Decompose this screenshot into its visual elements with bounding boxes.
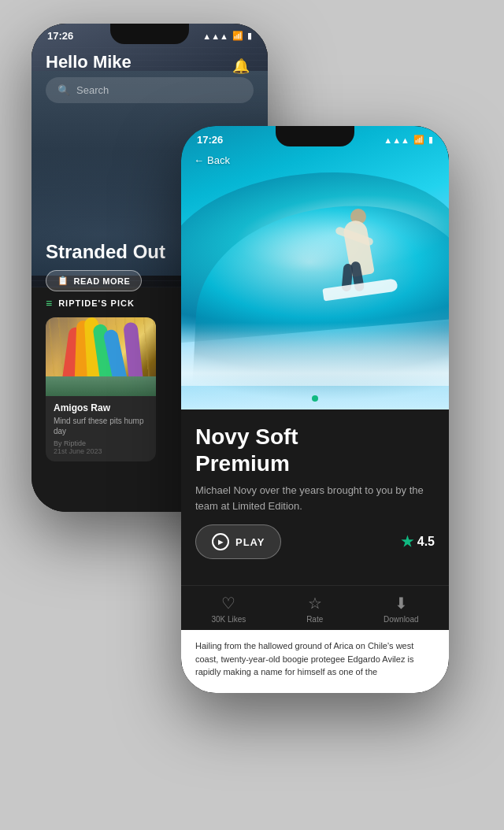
rating-display: ★ 4.5 xyxy=(401,533,435,550)
read-more-button[interactable]: 📋 READ MORE xyxy=(46,270,142,291)
picks-card-description: Mind surf these pits hump day xyxy=(54,416,148,436)
star-icon: ★ xyxy=(401,533,413,550)
phone-1-notch xyxy=(110,24,189,44)
greeting-text: Hello Mike xyxy=(46,52,254,72)
bottom-description: Hailing from the hallowed ground of Aric… xyxy=(195,639,435,679)
picks-card-author: By Riptide xyxy=(54,439,148,447)
heart-icon: ♡ xyxy=(221,594,235,613)
bell-icon[interactable]: 🔔 xyxy=(228,54,254,79)
read-more-label: READ MORE xyxy=(74,276,131,286)
download-icon: ⬇ xyxy=(395,594,408,613)
featured-title: Stranded Out xyxy=(46,241,165,264)
phone-1-time: 17:26 xyxy=(47,30,73,42)
progress-dot xyxy=(312,395,318,402)
title-line-2: Premium xyxy=(195,451,290,476)
content-title: Novy Soft Premium xyxy=(195,424,435,476)
tab-likes[interactable]: ♡ 30K Likes xyxy=(211,594,246,624)
bottom-text-section: Hailing from the hallowed ground of Aric… xyxy=(181,630,449,693)
likes-label: 30K Likes xyxy=(211,615,246,624)
surf-foam xyxy=(181,323,449,386)
search-bar[interactable]: 🔍 Search xyxy=(46,77,254,103)
back-button[interactable]: ← Back xyxy=(194,154,230,166)
picks-card-title: Amigos Raw xyxy=(54,402,148,413)
surf-scene xyxy=(181,126,449,409)
wifi-icon: 📶 xyxy=(413,135,424,145)
picks-icon: ≡ xyxy=(46,297,52,309)
rating-value: 4.5 xyxy=(417,535,435,549)
surf-hero xyxy=(181,126,449,409)
read-more-icon: 📋 xyxy=(57,276,69,286)
battery-icon: ▮ xyxy=(247,31,252,41)
tab-rate[interactable]: ☆ Rate xyxy=(306,594,323,624)
play-button[interactable]: ▶ PLAY xyxy=(195,524,281,559)
phone-2: 17:26 ▲▲▲ 📶 ▮ ← Back xyxy=(181,126,449,693)
download-label: Download xyxy=(384,615,418,624)
tab-bar: ♡ 30K Likes ☆ Rate ⬇ Download xyxy=(181,585,449,630)
picks-card-date: 21st June 2023 xyxy=(54,447,148,455)
back-arrow-icon: ← xyxy=(194,154,204,166)
content-description: Michael Novy over the years brought to y… xyxy=(195,483,435,513)
actions-row: ▶ PLAY ★ 4.5 xyxy=(195,524,435,559)
title-line-1: Novy Soft xyxy=(195,424,298,449)
star-outline-icon: ☆ xyxy=(308,594,322,613)
signal-icon: ▲▲▲ xyxy=(384,135,410,145)
tab-download[interactable]: ⬇ Download xyxy=(384,594,418,624)
wifi-icon: 📶 xyxy=(232,31,243,41)
battery-icon: ▮ xyxy=(428,135,433,145)
picks-card-image xyxy=(46,317,156,396)
search-icon: 🔍 xyxy=(57,84,70,96)
play-circle-icon: ▶ xyxy=(212,533,229,550)
phone-2-time: 17:26 xyxy=(197,134,223,146)
rate-label: Rate xyxy=(306,615,323,624)
picks-card-body: Amigos Raw Mind surf these pits hump day… xyxy=(46,396,156,461)
back-label: Back xyxy=(207,154,230,166)
phone-2-notch xyxy=(276,126,354,146)
picks-label: RIPTIDE'S PICK xyxy=(58,298,135,308)
featured-section: Stranded Out 📋 READ MORE xyxy=(46,241,165,291)
phone-1-header: Hello Mike 🔔 xyxy=(32,47,268,72)
phone-1-status-icons: ▲▲▲ 📶 ▮ xyxy=(202,31,252,41)
phone-2-screen: 17:26 ▲▲▲ 📶 ▮ ← Back xyxy=(181,126,449,693)
search-placeholder: Search xyxy=(76,84,109,96)
signal-icon: ▲▲▲ xyxy=(202,31,228,41)
picks-card[interactable]: Amigos Raw Mind surf these pits hump day… xyxy=(46,317,156,461)
play-label: PLAY xyxy=(235,536,265,548)
phone-2-status-icons: ▲▲▲ 📶 ▮ xyxy=(384,135,433,145)
